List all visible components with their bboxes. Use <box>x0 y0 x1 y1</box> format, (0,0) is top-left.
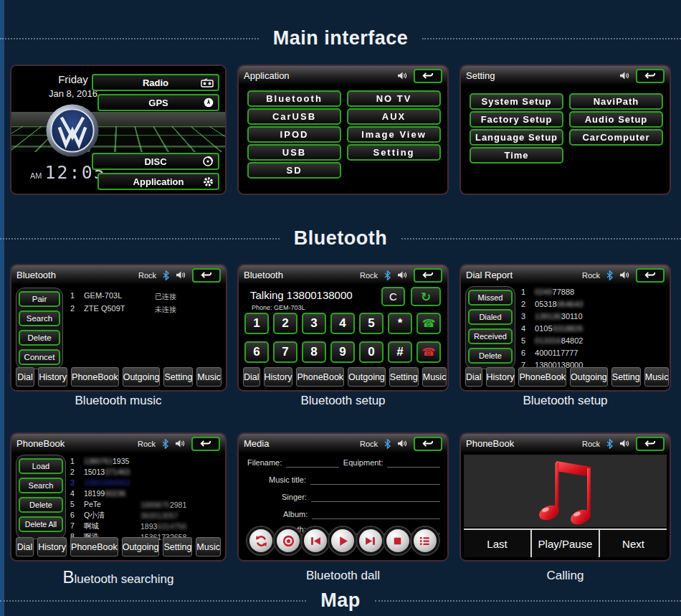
device-row[interactable]: 1 GEM-703L <box>70 291 122 300</box>
setting-button-audio-setup[interactable]: Audio Setup <box>569 111 663 128</box>
back-button[interactable] <box>191 437 220 451</box>
keypad-0[interactable]: 0 <box>359 341 384 363</box>
setting-button-time[interactable]: Time <box>470 147 563 164</box>
search-button[interactable]: Search <box>19 311 60 326</box>
call-log-row[interactable]: 3 13913630110 <box>521 312 583 321</box>
tab-dial[interactable]: Dial <box>16 367 34 387</box>
keypad-hash[interactable]: # <box>388 341 412 363</box>
tab-dial[interactable]: Dial <box>16 537 34 556</box>
device-row[interactable]: 2 ZTE Q509T <box>70 304 125 313</box>
last-button[interactable]: Last <box>464 529 530 557</box>
back-button[interactable] <box>414 268 442 283</box>
keypad-7[interactable]: 7 <box>273 341 297 363</box>
clear-button[interactable]: C <box>381 287 405 306</box>
keypad-3[interactable]: 3 <box>302 313 326 334</box>
back-button[interactable] <box>636 268 665 283</box>
home-button-application[interactable]: Application <box>97 173 219 190</box>
call-log-row[interactable]: 6 4000117777 <box>521 349 578 357</box>
tab-phonebook[interactable]: PhoneBook <box>518 367 566 387</box>
setting-button-carcomputer[interactable]: CarComputer <box>569 129 663 146</box>
record-button[interactable] <box>275 527 302 554</box>
home-button-radio[interactable]: Radio <box>92 74 219 91</box>
missed-button[interactable]: Missed <box>468 290 513 305</box>
back-button[interactable] <box>192 268 221 283</box>
tab-phonebook[interactable]: PhoneBook <box>70 537 118 556</box>
keypad-5[interactable]: 5 <box>359 313 384 334</box>
tab-history[interactable]: History <box>38 367 67 387</box>
play-button[interactable] <box>329 527 356 554</box>
tab-outgoing[interactable]: Outgoing <box>123 367 161 387</box>
app-button-carusb[interactable]: CarUSB <box>247 108 341 125</box>
tab-setting[interactable]: Setting <box>163 367 193 387</box>
next-button[interactable]: Next <box>599 529 667 557</box>
home-button-disc[interactable]: DISC <box>92 153 219 170</box>
call-log-row[interactable]: 4 01059318826 <box>521 324 583 333</box>
hangup-call-button[interactable]: ☎ <box>416 341 441 363</box>
back-button[interactable] <box>636 69 665 83</box>
contact-row[interactable]: 5 PeTe <box>70 500 101 508</box>
setting-button-system-setup[interactable]: System Setup <box>470 93 563 110</box>
play-pause-button[interactable]: Play/Pause <box>530 529 599 557</box>
back-button[interactable] <box>636 437 665 451</box>
keypad-9[interactable]: 9 <box>330 341 355 363</box>
tab-music[interactable]: Music <box>196 367 222 387</box>
keypad-4[interactable]: 4 <box>330 313 355 334</box>
keypad-6[interactable]: 6 <box>244 341 269 363</box>
tab-music[interactable]: Music <box>644 367 670 387</box>
connect-button[interactable]: Conncet <box>19 349 60 365</box>
contact-row[interactable]: 2 15013271463 <box>70 468 130 476</box>
tab-music[interactable]: Music <box>422 367 447 387</box>
delete-button[interactable]: Delete <box>468 348 513 364</box>
back-button[interactable] <box>414 69 442 83</box>
repeat-button[interactable] <box>247 527 275 554</box>
dialed-button[interactable]: Dialed <box>468 309 513 325</box>
search-button[interactable]: Search <box>19 478 63 493</box>
tab-setting[interactable]: Setting <box>611 367 641 387</box>
redial-button[interactable]: ↻ <box>411 287 441 306</box>
app-button-aux[interactable]: AUX <box>347 108 441 125</box>
call-log-row[interactable]: 2 05318064643 <box>521 300 583 308</box>
contact-row[interactable]: 7 啊城 <box>70 521 99 531</box>
tab-dial[interactable]: Dial <box>243 367 260 387</box>
app-button-sd[interactable]: SD <box>247 162 341 179</box>
app-button-setting[interactable]: Setting <box>347 144 441 161</box>
tab-phonebook[interactable]: PhoneBook <box>296 367 344 387</box>
setting-button-navipath[interactable]: NaviPath <box>569 93 663 110</box>
tab-outgoing[interactable]: Outgoing <box>348 367 386 387</box>
playlist-button[interactable] <box>411 527 439 554</box>
stop-button[interactable] <box>384 527 411 554</box>
contact-row[interactable]: 1 13807611935 <box>70 457 129 465</box>
load-button[interactable]: Load <box>19 458 63 474</box>
tab-history[interactable]: History <box>486 367 515 387</box>
next-track-button[interactable] <box>357 527 384 554</box>
contact-row-selected[interactable]: 3 15801684063 <box>70 478 130 487</box>
tab-setting[interactable]: Setting <box>389 367 419 387</box>
call-log-row[interactable]: 1 024977888 <box>521 288 574 296</box>
pair-button[interactable]: Pair <box>19 291 60 307</box>
delete-all-button[interactable]: Delete All <box>19 516 63 532</box>
received-button[interactable]: Received <box>468 328 513 344</box>
tab-phonebook[interactable]: PhoneBook <box>71 367 119 387</box>
previous-track-button[interactable] <box>302 527 329 554</box>
tab-setting[interactable]: Setting <box>163 537 192 556</box>
app-button-usb[interactable]: USB <box>247 144 341 161</box>
contact-row[interactable]: 4 1819960236 <box>70 489 125 498</box>
tab-history[interactable]: History <box>264 367 293 387</box>
app-button-imageview[interactable]: Image View <box>347 126 441 143</box>
tab-history[interactable]: History <box>37 537 67 556</box>
home-button-gps[interactable]: GPS <box>97 94 219 111</box>
keypad-2[interactable]: 2 <box>273 313 297 334</box>
tab-outgoing[interactable]: Outgoing <box>122 537 160 556</box>
app-button-ipod[interactable]: IPOD <box>247 126 341 143</box>
tab-music[interactable]: Music <box>196 537 221 556</box>
app-button-bluetooth[interactable]: Bluetooth <box>247 90 341 107</box>
keypad-1[interactable]: 1 <box>244 313 269 334</box>
keypad-star[interactable]: * <box>388 313 412 334</box>
delete-button[interactable]: Delete <box>19 497 63 513</box>
back-button[interactable] <box>414 437 442 451</box>
tab-outgoing[interactable]: Outgoing <box>570 367 608 387</box>
tab-dial[interactable]: Dial <box>465 367 482 387</box>
app-button-notv[interactable]: NO TV <box>347 90 441 107</box>
setting-button-language-setup[interactable]: Language Setup <box>470 129 563 146</box>
call-log-row[interactable]: 5 01331684802 <box>521 336 583 345</box>
